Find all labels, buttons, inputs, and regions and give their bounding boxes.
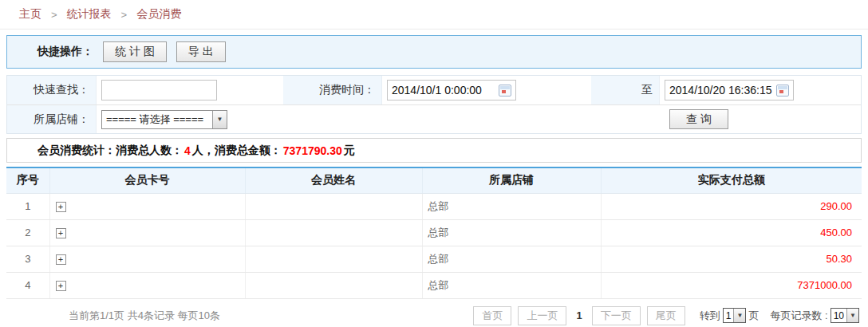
to-label: 至 bbox=[591, 76, 660, 104]
goto-page-group: 转到 1 ▼ 页 bbox=[700, 308, 760, 323]
query-cell: 查 询 bbox=[660, 105, 861, 133]
chart-button[interactable]: 统 计 图 bbox=[103, 41, 167, 62]
member-name-cell bbox=[245, 246, 422, 272]
breadcrumb-statistics-reports[interactable]: 统计报表 bbox=[67, 7, 112, 22]
paid-amount-cell: 290.00 bbox=[601, 193, 862, 219]
expand-icon[interactable]: + bbox=[56, 228, 66, 238]
current-page: 1 bbox=[576, 309, 582, 321]
store-cell: 总部 bbox=[422, 219, 601, 246]
total-people-value: 4 bbox=[184, 144, 191, 157]
breadcrumb: 主页 > 统计报表 > 会员消费 bbox=[0, 0, 868, 30]
store-cell: 总部 bbox=[422, 246, 601, 272]
header-paid-amount: 实际支付总额 bbox=[601, 167, 862, 193]
row-index: 1 bbox=[6, 193, 49, 219]
quick-find-input[interactable] bbox=[101, 80, 217, 100]
table-row: 3 + 总部 50.30 bbox=[6, 246, 862, 272]
pagesize-select[interactable]: 10 ▼ bbox=[831, 308, 859, 323]
empty-cell bbox=[382, 105, 591, 133]
row-index: 2 bbox=[6, 219, 49, 246]
paid-amount-cell: 450.00 bbox=[601, 219, 862, 246]
store-cell: 总部 bbox=[422, 272, 601, 298]
export-button[interactable]: 导 出 bbox=[176, 41, 226, 62]
empty-cell bbox=[591, 105, 660, 133]
row-index: 4 bbox=[6, 272, 49, 298]
calendar-icon[interactable] bbox=[776, 85, 789, 97]
paid-amount-cell: 7371000.00 bbox=[601, 272, 862, 298]
chevron-down-icon[interactable]: ▼ bbox=[733, 309, 745, 322]
consumption-summary: 会员消费统计：消费总人数： 4 人， 消费总金额： 7371790.30 元 bbox=[6, 138, 862, 163]
breadcrumb-member-consumption: 会员消费 bbox=[136, 7, 181, 22]
breadcrumb-home[interactable]: 主页 bbox=[19, 7, 41, 22]
card-number-cell: + bbox=[49, 246, 245, 272]
card-number-cell: + bbox=[49, 272, 245, 298]
table-row: 2 + 总部 450.00 bbox=[6, 219, 862, 246]
table-row: 1 + 总部 290.00 bbox=[6, 193, 862, 219]
total-amount-value: 7371790.30 bbox=[283, 144, 342, 157]
pagination-bar: 当前第1/1页 共4条记录 每页10条 首页 上一页 1 下一页 尾页 转到 1… bbox=[6, 299, 862, 327]
member-name-cell bbox=[245, 272, 422, 298]
quick-find-label: 快速查找： bbox=[7, 76, 97, 104]
time-from-input[interactable]: 2014/10/1 0:00:00 bbox=[387, 80, 516, 100]
consume-time-label: 消费时间： bbox=[283, 76, 382, 104]
member-name-cell bbox=[245, 219, 422, 246]
pagesize-value: 10 bbox=[831, 309, 846, 322]
quick-actions-bar: 快捷操作： 统 计 图 导 出 bbox=[6, 35, 862, 69]
summary-people-suffix: 人， bbox=[192, 144, 215, 158]
table-header-row: 序号 会员卡号 会员姓名 所属店铺 实际支付总额 bbox=[6, 167, 862, 193]
first-page-button[interactable]: 首页 bbox=[473, 306, 511, 325]
goto-page-select[interactable]: 1 ▼ bbox=[723, 308, 747, 323]
chevron-down-icon[interactable]: ▼ bbox=[212, 111, 227, 128]
member-name-cell bbox=[245, 193, 422, 219]
summary-title: 会员消费统计：消费总人数： bbox=[37, 144, 183, 158]
header-index: 序号 bbox=[6, 167, 49, 193]
card-number-cell: + bbox=[49, 193, 245, 219]
query-button[interactable]: 查 询 bbox=[669, 109, 728, 129]
pager: 首页 上一页 1 下一页 尾页 转到 1 ▼ 页 每页记录数 : 10 ▼ bbox=[467, 306, 862, 325]
time-to-input[interactable]: 2014/10/20 16:36:15 bbox=[665, 80, 794, 100]
quick-actions-label: 快捷操作： bbox=[7, 45, 93, 59]
next-page-button[interactable]: 下一页 bbox=[592, 306, 641, 325]
goto-page-value: 1 bbox=[724, 309, 734, 322]
time-from-cell: 2014/10/1 0:00:00 bbox=[382, 76, 591, 104]
table-row: 4 + 总部 7371000.00 bbox=[6, 272, 862, 298]
store-select[interactable]: ===== 请选择 ===== ▼ bbox=[101, 110, 227, 129]
prev-page-button[interactable]: 上一页 bbox=[518, 306, 566, 325]
search-form-row-2: 所属店铺： ===== 请选择 ===== ▼ 查 询 bbox=[7, 104, 861, 133]
member-consumption-page: 主页 > 统计报表 > 会员消费 快捷操作： 统 计 图 导 出 快速查找： 消… bbox=[0, 0, 868, 327]
store-select-cell: ===== 请选择 ===== ▼ bbox=[97, 105, 283, 133]
goto-label: 转到 bbox=[700, 309, 720, 323]
summary-amount-label: 消费总金额： bbox=[215, 144, 282, 158]
time-from-value: 2014/10/1 0:00:00 bbox=[392, 84, 499, 97]
expand-icon[interactable]: + bbox=[56, 281, 66, 291]
expand-icon[interactable]: + bbox=[56, 202, 66, 212]
expand-icon[interactable]: + bbox=[56, 254, 66, 265]
time-to-value: 2014/10/20 16:36:15 bbox=[669, 84, 776, 97]
time-to-cell: 2014/10/20 16:36:15 bbox=[660, 76, 861, 104]
breadcrumb-separator: > bbox=[51, 9, 57, 21]
search-form: 快速查找： 消费时间： 2014/10/1 0:00:00 至 2014/10/… bbox=[6, 75, 862, 134]
store-select-value: ===== 请选择 ===== bbox=[102, 111, 212, 128]
goto-suffix: 页 bbox=[748, 309, 759, 323]
store-cell: 总部 bbox=[422, 193, 601, 219]
quick-find-cell bbox=[97, 76, 283, 104]
paid-amount-cell: 50.30 bbox=[601, 246, 862, 272]
header-member-name: 会员姓名 bbox=[245, 167, 422, 193]
consumption-table: 序号 会员卡号 会员姓名 所属店铺 实际支付总额 1 + 总部 290.00 2… bbox=[6, 167, 862, 299]
card-number-cell: + bbox=[49, 219, 245, 246]
last-page-button[interactable]: 尾页 bbox=[647, 306, 685, 325]
empty-cell bbox=[283, 105, 382, 133]
breadcrumb-separator: > bbox=[121, 9, 128, 21]
calendar-icon[interactable] bbox=[499, 85, 511, 97]
header-store: 所属店铺 bbox=[422, 167, 601, 193]
summary-amount-suffix: 元 bbox=[344, 144, 355, 158]
chevron-down-icon[interactable]: ▼ bbox=[846, 309, 858, 322]
page-summary: 当前第1/1页 共4条记录 每页10条 bbox=[69, 309, 220, 323]
header-card-number: 会员卡号 bbox=[49, 167, 245, 193]
pagesize-label: 每页记录数 : bbox=[770, 309, 827, 323]
search-form-row-1: 快速查找： 消费时间： 2014/10/1 0:00:00 至 2014/10/… bbox=[7, 76, 861, 104]
store-label: 所属店铺： bbox=[7, 105, 97, 133]
row-index: 3 bbox=[6, 246, 49, 272]
